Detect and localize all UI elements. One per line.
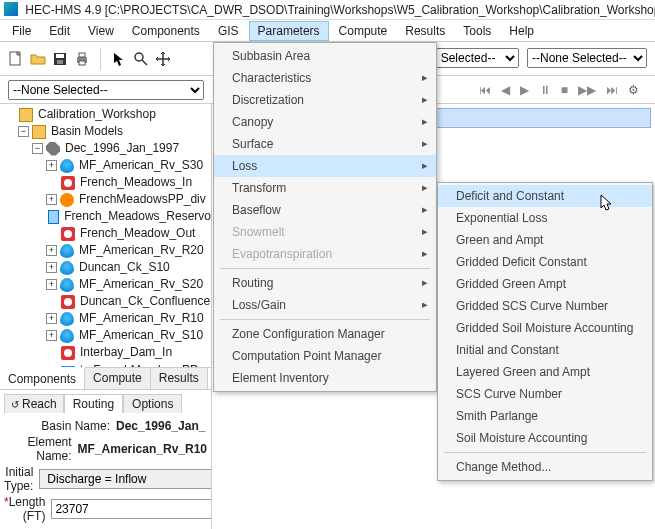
tree-node[interactable]: French_Meadows_Reservo (0, 208, 211, 225)
new-icon[interactable] (8, 51, 24, 67)
junction-icon (61, 346, 75, 360)
expand-icon[interactable]: + (46, 313, 57, 324)
tree-node[interactable]: Duncan_Ck_Confluence (0, 293, 211, 310)
tree-node[interactable]: +MF_American_Rv_R10 (0, 310, 211, 327)
menu-item-surface[interactable]: Surface (214, 133, 436, 155)
routing-tab[interactable]: Routing (64, 394, 123, 413)
selector-2[interactable]: --None Selected-- (527, 48, 647, 68)
menu-tools[interactable]: Tools (455, 22, 499, 40)
submenu-item-scs-curve-number[interactable]: SCS Curve Number (438, 383, 652, 405)
tree-node[interactable]: +Duncan_Ck_S10 (0, 259, 211, 276)
tab-components[interactable]: Components (0, 367, 85, 389)
window-title: HEC-HMS 4.9 [C:\PROJECTS\CA_DWR_DSOD\Tra… (25, 3, 655, 17)
left-panel: Calibration_Workshop−Basin Models−Dec_19… (0, 104, 212, 529)
expand-icon[interactable]: + (46, 194, 57, 205)
prev-icon[interactable]: ◀ (501, 83, 510, 97)
tree-node[interactable]: +MF_American_Rv_S20 (0, 276, 211, 293)
submenu-item-green-and-ampt[interactable]: Green and Ampt (438, 229, 652, 251)
print-icon[interactable] (74, 51, 90, 67)
menu-item-routing[interactable]: Routing (214, 272, 436, 294)
skip-back-icon[interactable]: ⏮ (479, 83, 491, 97)
expand-icon[interactable]: + (46, 330, 57, 341)
tree-label: Calibration_Workshop (38, 106, 156, 123)
menu-item-evapotranspiration[interactable]: Evapotranspiration (214, 243, 436, 265)
menu-item-canopy[interactable]: Canopy (214, 111, 436, 133)
submenu-item-smith-parlange[interactable]: Smith Parlange (438, 405, 652, 427)
expand-icon[interactable]: − (18, 126, 29, 137)
skip-fwd-icon[interactable]: ⏭ (606, 83, 618, 97)
length-label: *Length (FT) (4, 495, 51, 523)
menu-compute[interactable]: Compute (331, 22, 396, 40)
menu-edit[interactable]: Edit (41, 22, 78, 40)
tree-label: Interbay_Dam_In (80, 344, 172, 361)
tree-node[interactable]: Interbay_Dam_In (0, 344, 211, 361)
menu-parameters[interactable]: Parameters (249, 21, 329, 41)
next-icon[interactable]: ▶▶ (578, 83, 596, 97)
expand-icon[interactable]: + (46, 262, 57, 273)
menu-item-transform[interactable]: Transform (214, 177, 436, 199)
junction-icon (61, 295, 75, 309)
submenu-item-gridded-green-ampt[interactable]: Gridded Green Ampt (438, 273, 652, 295)
menu-item-snowmelt[interactable]: Snowmelt (214, 221, 436, 243)
tree-node[interactable]: French_Meadows_In (0, 174, 211, 191)
tree-label: Dec_1996_Jan_1997 (65, 140, 179, 157)
menu-gis[interactable]: GIS (210, 22, 247, 40)
element-name-value: MF_American_Rv_R10 (78, 442, 207, 456)
expand-icon[interactable]: + (46, 160, 57, 171)
stop-icon[interactable]: ■ (561, 83, 568, 97)
menu-item-zone-configuration-manager[interactable]: Zone Configuration Manager (214, 323, 436, 345)
initial-type-select[interactable]: Discharge = Inflow (39, 469, 212, 489)
expand-icon[interactable]: − (32, 143, 43, 154)
tree-node[interactable]: Calibration_Workshop (0, 106, 211, 123)
menu-components[interactable]: Components (124, 22, 208, 40)
submenu-item-gridded-soil-moisture-accounting[interactable]: Gridded Soil Moisture Accounting (438, 317, 652, 339)
menu-view[interactable]: View (80, 22, 122, 40)
tree-node[interactable]: −Basin Models (0, 123, 211, 140)
save-icon[interactable] (52, 51, 68, 67)
reach-tab-label: Reach (22, 397, 57, 411)
project-tree[interactable]: Calibration_Workshop−Basin Models−Dec_19… (0, 104, 211, 367)
submenu-item-soil-moisture-accounting[interactable]: Soil Moisture Accounting (438, 427, 652, 449)
expand-icon[interactable]: + (46, 245, 57, 256)
menu-item-loss-gain[interactable]: Loss/Gain (214, 294, 436, 316)
menu-item-computation-point-manager[interactable]: Computation Point Manager (214, 345, 436, 367)
menu-help[interactable]: Help (501, 22, 542, 40)
tab-results[interactable]: Results (151, 368, 208, 389)
menu-item-characteristics[interactable]: Characteristics (214, 67, 436, 89)
menu-item-loss[interactable]: Loss (214, 155, 436, 177)
menu-item-discretization[interactable]: Discretization (214, 89, 436, 111)
submenu-item-gridded-scs-curve-number[interactable]: Gridded SCS Curve Number (438, 295, 652, 317)
submenu-item-exponential-loss[interactable]: Exponential Loss (438, 207, 652, 229)
tree-label: MF_American_Rv_R20 (79, 242, 204, 259)
main-selector[interactable]: --None Selected-- (8, 80, 204, 100)
tree-node[interactable]: +MF_American_Rv_R20 (0, 242, 211, 259)
svg-rect-3 (57, 60, 63, 64)
submenu-item-layered-green-and-ampt[interactable]: Layered Green and Ampt (438, 361, 652, 383)
submenu-item-initial-and-constant[interactable]: Initial and Constant (438, 339, 652, 361)
pan-icon[interactable] (155, 51, 171, 67)
submenu-item-change-method-[interactable]: Change Method... (438, 456, 652, 478)
tree-node[interactable]: −Dec_1996_Jan_1997 (0, 140, 211, 157)
submenu-item-gridded-deficit-constant[interactable]: Gridded Deficit Constant (438, 251, 652, 273)
options-tab[interactable]: Options (123, 394, 182, 413)
expand-icon[interactable]: + (46, 279, 57, 290)
submenu-item-deficit-and-constant[interactable]: Deficit and Constant (438, 185, 652, 207)
menu-item-baseflow[interactable]: Baseflow (214, 199, 436, 221)
menu-results[interactable]: Results (397, 22, 453, 40)
menu-item-element-inventory[interactable]: Element Inventory (214, 367, 436, 389)
tree-node[interactable]: +MF_American_Rv_S10 (0, 327, 211, 344)
pointer-icon[interactable] (111, 51, 127, 67)
tree-node[interactable]: +MF_American_Rv_S30 (0, 157, 211, 174)
open-icon[interactable] (30, 51, 46, 67)
zoom-icon[interactable] (133, 51, 149, 67)
pause-icon[interactable]: ⏸ (539, 83, 551, 97)
menu-file[interactable]: File (4, 22, 39, 40)
tree-node[interactable]: +FrenchMeadowsPP_div (0, 191, 211, 208)
tree-node[interactable]: French_Meadow_Out (0, 225, 211, 242)
menu-item-subbasin-area[interactable]: Subbasin Area (214, 45, 436, 67)
play-icon[interactable]: ▶ (520, 83, 529, 97)
gear-icon[interactable]: ⚙ (628, 83, 639, 97)
reach-tab[interactable]: ↺ Reach (4, 394, 64, 413)
length-input[interactable] (51, 499, 212, 519)
tab-compute[interactable]: Compute (85, 368, 151, 389)
